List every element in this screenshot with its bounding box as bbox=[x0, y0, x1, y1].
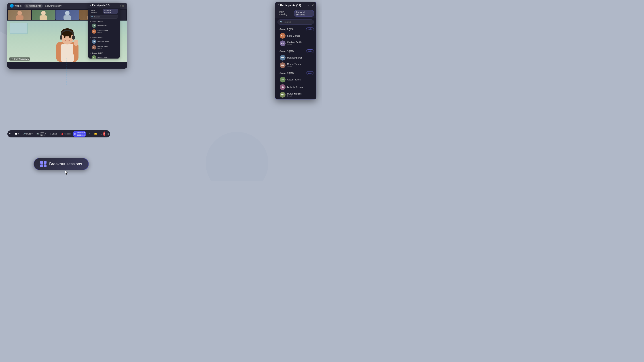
exp-group-c: ▾ Group C (3/3) Join AJ Austen Jones IB … bbox=[275, 70, 316, 99]
participants-panel-small: ▾ Participants (12) Main meeting Breakou… bbox=[88, 3, 120, 58]
breakout-button-toolbar[interactable]: ⊞ Breakout sessions bbox=[73, 131, 86, 137]
avatar-circle-marise: MT bbox=[92, 45, 96, 50]
exp-group-c-header: ▾ Group C (3/3) Join bbox=[278, 70, 314, 76]
exp-group-b-chevron[interactable]: ▾ bbox=[278, 50, 278, 52]
exp-avatar-sofia: SG bbox=[280, 33, 286, 39]
group-a-chevron[interactable]: ▾ bbox=[90, 20, 91, 22]
svg-point-4 bbox=[65, 11, 70, 16]
meeting-info-button[interactable]: i Meeting info bbox=[24, 4, 43, 7]
mic-button-icon: 🎤 bbox=[23, 133, 26, 135]
exp-info-murad: Murad Higgins Guest bbox=[287, 92, 312, 97]
umar-name: Umar Patel bbox=[98, 24, 116, 27]
group-c-chevron[interactable]: ▾ bbox=[90, 52, 91, 54]
tab-breakout-small[interactable]: Breakout sessions bbox=[103, 9, 118, 14]
sofia-name-small: Sofia Gomez bbox=[98, 30, 116, 32]
annotate-button[interactable]: ✏ bbox=[87, 132, 92, 136]
breakout-label-toolbar: Breakout sessions bbox=[77, 132, 85, 136]
expanded-panel-header: ˄ Participants (12) ⤢ ✕ bbox=[275, 2, 316, 9]
participant-austen-small: AJ Austen Jones bbox=[90, 54, 118, 58]
more-button[interactable]: ... bbox=[99, 132, 103, 135]
close-button[interactable] bbox=[122, 5, 124, 7]
exp-join-b-button[interactable]: Join bbox=[306, 49, 314, 53]
grid-cell-4 bbox=[44, 164, 47, 167]
chat-button[interactable]: 💬 ▾ bbox=[13, 132, 21, 136]
exp-participant-clarissa: CS Clarissa Smith Guest bbox=[278, 39, 314, 47]
record-icon: ⏺ bbox=[61, 133, 63, 135]
search-placeholder-small: Search bbox=[94, 16, 100, 18]
thumb-person-1 bbox=[8, 9, 31, 20]
exp-murad-role: Guest bbox=[287, 95, 312, 97]
speaker-label: 🎤 Emily Nakagawa bbox=[9, 57, 30, 60]
expanded-panel-tabs: Main meeting Breakout sessions bbox=[275, 9, 316, 18]
emoji-icon: 😊 bbox=[94, 133, 97, 135]
info-icon: i bbox=[26, 5, 28, 7]
exp-avatar-austen: AJ bbox=[280, 77, 286, 82]
end-call-button[interactable]: ✕ bbox=[103, 131, 105, 136]
apps-icon: ⠿ bbox=[107, 133, 109, 135]
participant-info-sofia: Sofia Gomez Guest bbox=[98, 30, 116, 33]
svg-marker-18 bbox=[65, 170, 68, 175]
group-b-name: Group B (2/3) bbox=[92, 36, 103, 38]
thumbnail-1[interactable] bbox=[8, 9, 31, 20]
search-input-small[interactable]: 🔍 Search bbox=[90, 15, 118, 18]
grid-cell-1 bbox=[40, 161, 43, 164]
bg-decoration-2 bbox=[206, 132, 268, 181]
group-b-chevron[interactable]: ▾ bbox=[90, 36, 91, 38]
breakout-big-button[interactable]: Breakout sessions bbox=[34, 158, 89, 170]
exp-participant-marise: MT Marise Torres Guest bbox=[278, 61, 314, 69]
share-icon: ↑ bbox=[50, 133, 51, 135]
expanded-search[interactable]: 🔍 Search bbox=[278, 19, 314, 24]
exp-austen-name: Austen Jones bbox=[287, 78, 312, 81]
thumbnail-2[interactable] bbox=[32, 9, 55, 20]
exp-group-a-chevron[interactable]: ▾ bbox=[278, 28, 278, 30]
meeting-info-label: Meeting info bbox=[29, 5, 41, 7]
record-button[interactable]: ⏺ Record bbox=[60, 132, 72, 136]
share-button[interactable]: ↑ Share bbox=[48, 132, 59, 136]
participants-panel-expanded: ˄ Participants (12) ⤢ ✕ Main meeting Bre… bbox=[275, 2, 316, 99]
exp-group-c-chevron[interactable]: ▾ bbox=[278, 72, 278, 74]
exp-info-marise: Marise Torres Guest bbox=[287, 63, 312, 67]
exp-group-b-name: Group B (2/3) bbox=[280, 50, 305, 52]
exp-join-c-button[interactable]: Join bbox=[306, 71, 314, 75]
tab-main-expanded[interactable]: Main meeting bbox=[278, 10, 293, 17]
end-call-icon: ✕ bbox=[103, 133, 105, 135]
video-chevron: ▾ bbox=[45, 133, 46, 135]
group-c-name: Group C (3/3) bbox=[92, 52, 103, 54]
grid-cell-2 bbox=[44, 161, 47, 164]
participant-marise-small: MT Marise Torres Guest bbox=[90, 44, 118, 50]
exp-marise-role: Guest bbox=[287, 65, 312, 67]
exp-murad-name: Murad Higgins bbox=[287, 92, 312, 95]
thumbnail-3[interactable] bbox=[56, 9, 79, 20]
matthew-name-small: Matthew Baker bbox=[98, 40, 116, 43]
reactions-button[interactable]: 😊 bbox=[92, 132, 98, 136]
participant-info-marise: Marise Torres Guest bbox=[98, 45, 116, 49]
grid-cell-3 bbox=[40, 164, 43, 167]
meeting-toolbar: 〜 💬 ▾ 🎤 Mute ▾ 📷 Stop video ▾ ↑ Share ⏺ … bbox=[8, 130, 110, 137]
tab-breakout-expanded[interactable]: Breakout sessions bbox=[294, 10, 314, 17]
avatar-circle-matthew: MB bbox=[92, 39, 96, 44]
exp-avatar-murad: MH bbox=[280, 92, 286, 98]
expanded-close-icon[interactable]: ✕ bbox=[312, 4, 314, 7]
show-menu-button[interactable]: Show menu bar ▾ bbox=[45, 5, 62, 7]
search-icon-small: 🔍 bbox=[91, 16, 94, 18]
apps-button[interactable]: ⠿ bbox=[106, 132, 110, 136]
exp-join-a-button[interactable]: Join bbox=[306, 27, 314, 31]
expanded-collapse-icon[interactable]: ˄ bbox=[278, 4, 279, 7]
exp-avatar-circle-sofia: SG bbox=[280, 33, 286, 39]
exp-group-a-name: Group A (2/3) bbox=[280, 28, 305, 31]
mute-button[interactable]: 🎤 Mute ▾ bbox=[22, 132, 34, 136]
exp-group-b: ▾ Group B (2/3) Join MB Matthew Baker MT… bbox=[275, 48, 316, 70]
mute-label: Mute bbox=[26, 133, 31, 135]
popout-icon[interactable]: ⤢ bbox=[308, 4, 310, 7]
stop-video-button[interactable]: 📷 Stop video ▾ bbox=[35, 131, 48, 137]
group-a-section: ▾ Group A (2/3) UP Umar Patel SG Sofia G… bbox=[88, 19, 120, 35]
tab-main-meeting-small[interactable]: Main meeting bbox=[90, 9, 102, 14]
panel-collapse-icon[interactable]: ▾ bbox=[90, 4, 91, 6]
svg-point-0 bbox=[18, 11, 22, 16]
participant-umar: UP Umar Patel bbox=[90, 23, 118, 28]
panel-tabs-small: Main meeting Breakout sessions bbox=[88, 8, 120, 14]
exp-group-b-header: ▾ Group B (2/3) Join bbox=[278, 48, 314, 54]
audio-wave-icon: 〜 bbox=[9, 132, 11, 135]
thumb-person-2 bbox=[32, 9, 55, 20]
audio-icon: 〜 bbox=[7, 131, 12, 136]
